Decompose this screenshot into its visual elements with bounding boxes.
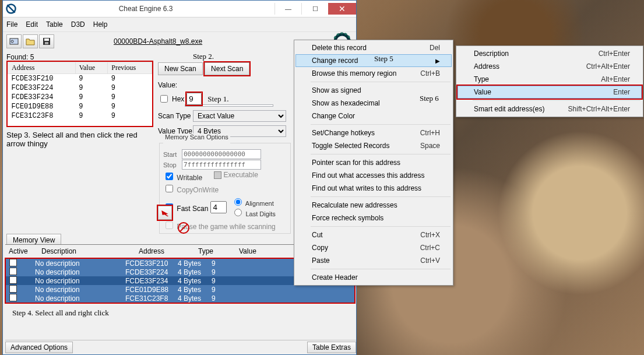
result-row[interactable]: FCE31C23F899 (8, 111, 152, 121)
menu-item[interactable]: Browse this memory regionCtrl+B (295, 67, 452, 80)
menu-item[interactable]: Find out what accesses this address (295, 169, 452, 182)
menu-item[interactable]: Recalculate new addresses (295, 199, 452, 212)
cow-checkbox[interactable] (166, 185, 173, 192)
scan-type-select[interactable]: Exact Value (193, 110, 286, 122)
process-name[interactable]: 00000BD4-Asphalt8_w8.exe (114, 37, 202, 45)
context-menu: Delete this recordDelChange record▶Brows… (294, 40, 453, 286)
menu-item[interactable]: TypeAlt+Enter (458, 73, 642, 86)
context-submenu: DescriptionCtrl+EnterAddressCtrl+Alt+Ent… (456, 45, 643, 117)
menu-d3d[interactable]: D3D (71, 20, 85, 29)
active-checkbox[interactable] (9, 268, 17, 275)
pause-checkbox (166, 222, 173, 229)
titlebar[interactable]: Cheat Engine 6.3 — ☐ ✕ (3, 1, 356, 17)
last-digits-radio[interactable] (234, 209, 242, 216)
menu-item[interactable]: Change Color (295, 110, 452, 122)
col-address[interactable]: Address (8, 62, 76, 74)
app-icon (5, 3, 17, 15)
step2-annotation: Step 2. (193, 52, 292, 61)
menu-item[interactable]: Force recheck symbols (295, 212, 452, 224)
minimize-button[interactable]: — (275, 3, 301, 15)
step1-annotation: Step 1. (207, 94, 228, 104)
active-checkbox[interactable] (9, 259, 17, 266)
active-checkbox[interactable] (9, 294, 17, 301)
result-row[interactable]: FCDE33F21099 (8, 74, 152, 84)
menu-item[interactable]: CutCtrl+X (295, 229, 452, 241)
add-to-list-button[interactable] (158, 206, 172, 220)
menu-item[interactable]: Pointer scan for this address (295, 156, 452, 169)
col-desc[interactable]: Description (38, 246, 135, 256)
maximize-button[interactable]: ☐ (301, 3, 328, 15)
writable-checkbox[interactable] (166, 173, 173, 180)
menu-table[interactable]: Table (46, 20, 63, 29)
col-addr[interactable]: Address (135, 246, 195, 256)
menu-item[interactable]: Toggle Selected RecordsSpace (295, 139, 452, 152)
scan-results[interactable]: Address Value Previous FCDE33F21099FCDE3… (6, 61, 153, 127)
result-row[interactable]: FCE01D9E8899 (8, 102, 152, 111)
close-button[interactable]: ✕ (328, 3, 356, 15)
fast-scan-value[interactable] (210, 201, 227, 213)
address-list-row[interactable]: No descriptionFCE01D9E884 Bytes9 (6, 285, 354, 294)
alignment-radio[interactable] (234, 198, 242, 206)
menubar: File Edit Table D3D Help (3, 17, 356, 32)
start-input[interactable] (182, 149, 261, 159)
address-list-row[interactable]: No descriptionFCE31C23F84 Bytes9 (6, 294, 354, 303)
cancel-scan-icon[interactable] (178, 222, 189, 234)
open-file-icon[interactable] (23, 34, 38, 48)
hex-label: Hex (172, 95, 184, 103)
step5-annotation: Step 5 (374, 54, 393, 64)
step6-annotation: Step 6 (420, 94, 439, 103)
menu-item[interactable]: AddressCtrl+Alt+Enter (458, 60, 642, 73)
col-type[interactable]: Type (195, 246, 235, 256)
stop-input[interactable] (182, 160, 261, 170)
menu-item[interactable]: Create Header (295, 271, 452, 284)
svg-rect-5 (45, 42, 48, 44)
scan-type-label: Scan Type (158, 112, 193, 120)
menu-edit[interactable]: Edit (26, 20, 38, 29)
memory-scan-options: Memory Scan Options Start Stop Writable … (159, 139, 291, 234)
svg-rect-4 (44, 38, 49, 41)
col-previous[interactable]: Previous (108, 62, 152, 74)
table-extras-button[interactable]: Table Extras (307, 342, 356, 353)
save-icon[interactable] (39, 34, 54, 48)
result-row[interactable]: FCDE33F23499 (8, 93, 152, 102)
next-scan-button[interactable]: Next Scan (205, 62, 249, 75)
advanced-options-button[interactable]: Advanced Options (5, 342, 73, 353)
menu-help[interactable]: Help (93, 20, 108, 29)
menu-item[interactable]: Delete this recordDel (295, 41, 452, 54)
step3-annotation: Step 3. Select all and then click the re… (6, 131, 153, 148)
menu-file[interactable]: File (6, 20, 17, 29)
active-checkbox[interactable] (9, 285, 17, 293)
menu-item[interactable]: ValueEnter (458, 86, 642, 99)
menu-item[interactable]: Change record▶ (295, 54, 452, 67)
col-active[interactable]: Active (5, 246, 38, 256)
window-title: Cheat Engine 6.3 (17, 5, 275, 13)
menu-item[interactable]: Find out what writes to this address (295, 182, 452, 195)
value-label: Value: (158, 81, 292, 89)
menu-item[interactable]: PasteCtrl+V (295, 254, 452, 267)
new-scan-button[interactable]: New Scan (158, 62, 203, 75)
hex-checkbox[interactable] (160, 95, 168, 103)
value-input[interactable] (186, 93, 202, 105)
menu-item[interactable]: Smart edit address(es)Shift+Ctrl+Alt+Ent… (458, 103, 642, 115)
menu-item[interactable]: DescriptionCtrl+Enter (458, 47, 642, 60)
active-checkbox[interactable] (9, 276, 17, 284)
menu-item[interactable]: CopyCtrl+C (295, 241, 452, 254)
open-process-icon[interactable] (6, 34, 22, 48)
step4-annotation: Step 4. Select all and right click (12, 308, 355, 318)
menu-item[interactable]: Set/Change hotkeysCtrl+H (295, 126, 452, 139)
result-row[interactable]: FCDE33F22499 (8, 83, 152, 93)
col-value[interactable]: Value (75, 62, 108, 74)
